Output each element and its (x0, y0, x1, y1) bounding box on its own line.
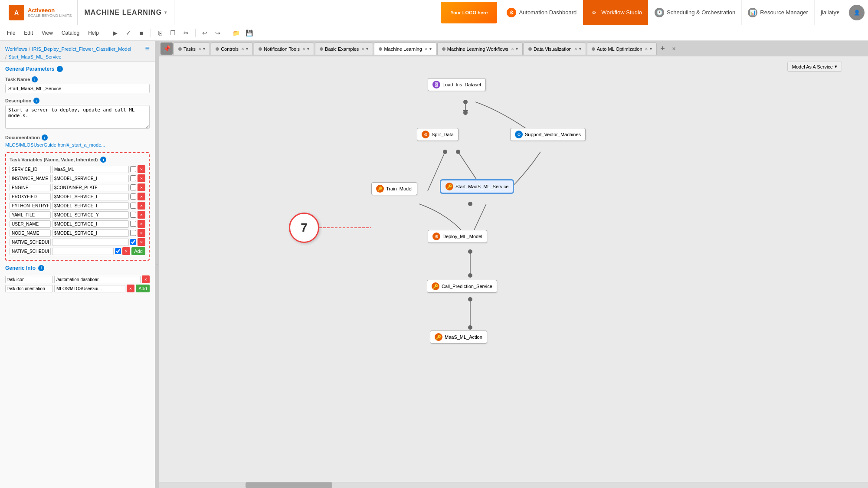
tab-ml-close[interactable]: × (425, 46, 428, 52)
canvas-area[interactable]: Model As A Service ▾ (159, 56, 868, 482)
var-add-button[interactable]: Add (131, 247, 145, 255)
var-del-native2[interactable]: × (122, 247, 130, 255)
pin-button[interactable]: 📌 (160, 43, 173, 55)
var-value-engine[interactable] (52, 184, 129, 191)
description-info-icon[interactable]: i (33, 98, 39, 104)
var-del-yaml[interactable]: × (138, 211, 145, 219)
var-value-native1[interactable] (52, 239, 129, 246)
tab-basic-close[interactable]: × (361, 46, 364, 52)
node-train-model[interactable]: 🔑 Train_Model (371, 182, 417, 195)
var-name-python[interactable] (10, 202, 51, 210)
var-value-instance[interactable] (52, 175, 129, 182)
generic-name-taskicon[interactable] (5, 276, 53, 283)
var-check-service-id[interactable] (130, 166, 136, 172)
node-support-vector[interactable]: ⚙ Support_Vector_Machines (510, 128, 586, 141)
var-name-username[interactable] (10, 220, 51, 228)
maas-button[interactable]: Model As A Service ▾ (787, 62, 842, 72)
view-menu[interactable]: View (38, 29, 56, 37)
user-avatar[interactable]: 👤 (849, 5, 865, 20)
node-maas-action[interactable]: 🔑 MaaS_ML_Action (430, 331, 487, 344)
nav-automation-dashboard[interactable]: ⚙ Automation Dashboard (501, 0, 583, 25)
var-check-python[interactable] (130, 203, 136, 209)
tab-close-all-button[interactable]: × (669, 43, 679, 54)
tab-controls-close[interactable]: × (241, 46, 244, 52)
nav-resource-manager[interactable]: 📊 Resource Manager (742, 0, 815, 25)
play-button[interactable]: ▶ (110, 27, 121, 39)
tab-data-visualization[interactable]: Data Visualization × ▾ (524, 43, 586, 55)
cut-button[interactable]: ✂ (180, 27, 192, 39)
canvas-horizontal-scrollbar[interactable] (159, 482, 868, 488)
tab-mlwf-close[interactable]: × (511, 46, 514, 52)
var-value-yaml[interactable] (52, 211, 129, 219)
help-menu[interactable]: Help (85, 29, 102, 37)
var-name-nodename[interactable] (10, 229, 51, 237)
generic-name-taskdoc[interactable] (5, 285, 53, 292)
var-check-native2[interactable] (115, 248, 121, 254)
var-del-proxyfied[interactable]: × (138, 193, 145, 200)
var-value-proxyfied[interactable] (52, 193, 129, 200)
node-deploy-ml[interactable]: ⚙ Deploy_ML_Model (428, 230, 487, 243)
node-load-iris[interactable]: 🗄 Load_Iris_Dataset (428, 78, 486, 91)
file-menu[interactable]: File (3, 29, 19, 37)
tab-add-button[interactable]: + (658, 43, 668, 54)
var-name-engine[interactable] (10, 184, 51, 191)
var-name-instance[interactable] (10, 175, 51, 182)
nav-scheduling[interactable]: 🕐 Scheduling & Orchestration (649, 0, 742, 25)
var-check-username[interactable] (130, 221, 136, 227)
open-folder-button[interactable]: 📁 (231, 27, 242, 39)
tab-automl-close[interactable]: × (645, 46, 648, 52)
description-textarea[interactable]: Start a server to deploy, update and cal… (5, 105, 150, 129)
breadcrumb-action-icon[interactable]: ≡ (145, 44, 150, 53)
task-name-input[interactable] (5, 84, 150, 93)
tab-auto-ml[interactable]: Auto ML Optimization × ▾ (587, 43, 657, 55)
var-del-engine[interactable]: × (138, 183, 145, 191)
var-value-native2[interactable] (52, 248, 114, 255)
tab-notification-close[interactable]: × (302, 46, 305, 52)
user-menu[interactable]: jlailaty ▾ (815, 0, 845, 25)
var-value-python[interactable] (52, 202, 129, 210)
generic-info-icon[interactable]: i (38, 265, 44, 271)
tab-tasks-close[interactable]: × (198, 46, 201, 52)
edit-menu[interactable]: Edit (20, 29, 36, 37)
app-title[interactable]: MACHINE LEARNING ▾ (78, 0, 175, 25)
var-del-username[interactable]: × (138, 220, 145, 228)
task-vars-info-icon[interactable]: i (100, 157, 106, 163)
var-check-proxyfied[interactable] (130, 193, 136, 200)
var-check-nodename[interactable] (130, 230, 136, 236)
breadcrumb-workflows[interactable]: Workflows (5, 46, 27, 52)
node-split-data[interactable]: ⚙ Split_Data (417, 128, 459, 141)
generic-value-taskdoc[interactable] (54, 285, 125, 292)
var-name-proxyfied[interactable] (10, 193, 51, 200)
var-del-native1[interactable]: × (138, 238, 145, 246)
var-name-native2[interactable] (10, 248, 51, 255)
paste-button[interactable]: ❐ (167, 27, 179, 39)
var-check-instance[interactable] (130, 175, 136, 181)
var-name-native1[interactable] (10, 239, 51, 246)
var-check-engine[interactable] (130, 184, 136, 190)
tab-notification-tools[interactable]: Notification Tools × ▾ (254, 43, 314, 55)
tab-tasks[interactable]: Tasks × ▾ (174, 43, 210, 55)
check-button[interactable]: ✓ (123, 27, 134, 39)
var-value-nodename[interactable] (52, 229, 129, 237)
var-name-yaml[interactable] (10, 211, 51, 219)
generic-add-button[interactable]: Add (136, 285, 150, 292)
breadcrumb-task-name[interactable]: Start_MaaS_ML_Service (8, 54, 61, 59)
var-value-username[interactable] (52, 220, 129, 228)
generic-del-taskicon[interactable]: × (142, 275, 150, 283)
var-del-service-id[interactable]: × (138, 165, 145, 173)
generic-del-taskdoc[interactable]: × (127, 285, 134, 292)
stop-button[interactable]: ■ (136, 27, 147, 39)
tab-dataviz-close[interactable]: × (574, 46, 577, 52)
copy-button[interactable]: ⎘ (154, 27, 166, 39)
tab-controls[interactable]: Controls × ▾ (211, 43, 253, 55)
nav-workflow-studio[interactable]: ⚙ Workflow Studio (583, 0, 649, 25)
var-del-instance[interactable]: × (138, 174, 145, 182)
task-name-info-icon[interactable]: i (32, 76, 38, 82)
tab-machine-learning[interactable]: Machine Learning × ▾ (374, 43, 436, 55)
var-name-service-id[interactable] (10, 166, 51, 173)
catalog-menu[interactable]: Catalog (58, 29, 83, 37)
var-del-python[interactable]: × (138, 202, 145, 210)
documentation-link[interactable]: MLOS/MLOSUserGuide.html#_start_a_mode... (5, 142, 105, 147)
breadcrumb-workflow-name[interactable]: IRIS_Deploy_Predict_Flower_Classifier_Mo… (32, 46, 131, 52)
redo-button[interactable]: ↪ (212, 27, 223, 39)
